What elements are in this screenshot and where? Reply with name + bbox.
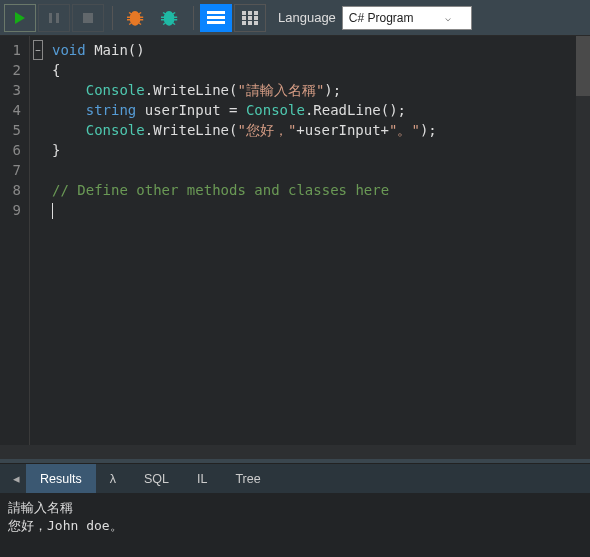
view-grid-button[interactable] — [234, 4, 266, 32]
tab-results[interactable]: Results — [26, 464, 96, 493]
svg-rect-0 — [49, 13, 52, 23]
fold-toggle[interactable]: − — [33, 40, 43, 60]
tab-tree[interactable]: Tree — [221, 464, 274, 493]
svg-rect-6 — [242, 11, 246, 15]
vertical-scrollbar[interactable] — [576, 36, 590, 445]
code-text[interactable]: void Main(){ Console.WriteLine("請輸入名稱");… — [46, 36, 590, 445]
tab-il[interactable]: IL — [183, 464, 221, 493]
tab-sql[interactable]: SQL — [130, 464, 183, 493]
output-tabs: ◂ Results λ SQL IL Tree — [0, 463, 590, 493]
tab-lambda[interactable]: λ — [96, 464, 130, 493]
fold-column: − — [30, 36, 46, 445]
language-value: C# Program — [349, 11, 414, 25]
bug-icon-teal[interactable] — [153, 4, 185, 32]
run-button[interactable] — [4, 4, 36, 32]
tabs-prev-button[interactable]: ◂ — [6, 464, 26, 493]
bug-icon-orange[interactable] — [119, 4, 151, 32]
svg-rect-7 — [248, 11, 252, 15]
svg-rect-3 — [207, 11, 225, 14]
pause-button[interactable] — [38, 4, 70, 32]
editor[interactable]: 123 456 789 − void Main(){ Console.Write… — [0, 36, 590, 445]
svg-rect-2 — [83, 13, 93, 23]
text-caret — [52, 203, 53, 219]
stop-button[interactable] — [72, 4, 104, 32]
output-line: 請輸入名稱 — [8, 499, 582, 517]
output-line: 您好，John doe。 — [8, 517, 582, 535]
svg-rect-9 — [242, 16, 246, 20]
svg-rect-10 — [248, 16, 252, 20]
svg-rect-11 — [254, 16, 258, 20]
view-list-button[interactable] — [200, 4, 232, 32]
output-pane: 請輸入名稱您好，John doe。 — [0, 493, 590, 557]
separator — [112, 6, 113, 30]
svg-rect-4 — [207, 16, 225, 19]
svg-rect-8 — [254, 11, 258, 15]
svg-rect-5 — [207, 21, 225, 24]
svg-rect-14 — [254, 21, 258, 25]
line-gutter: 123 456 789 — [0, 36, 30, 445]
svg-rect-12 — [242, 21, 246, 25]
toolbar: Language C# Program ⌵ — [0, 0, 590, 36]
chevron-down-icon: ⌵ — [445, 12, 451, 23]
language-label: Language — [278, 10, 336, 25]
separator — [193, 6, 194, 30]
svg-rect-13 — [248, 21, 252, 25]
language-select[interactable]: C# Program ⌵ — [342, 6, 472, 30]
horizontal-scrollbar[interactable] — [0, 445, 590, 459]
svg-rect-1 — [56, 13, 59, 23]
